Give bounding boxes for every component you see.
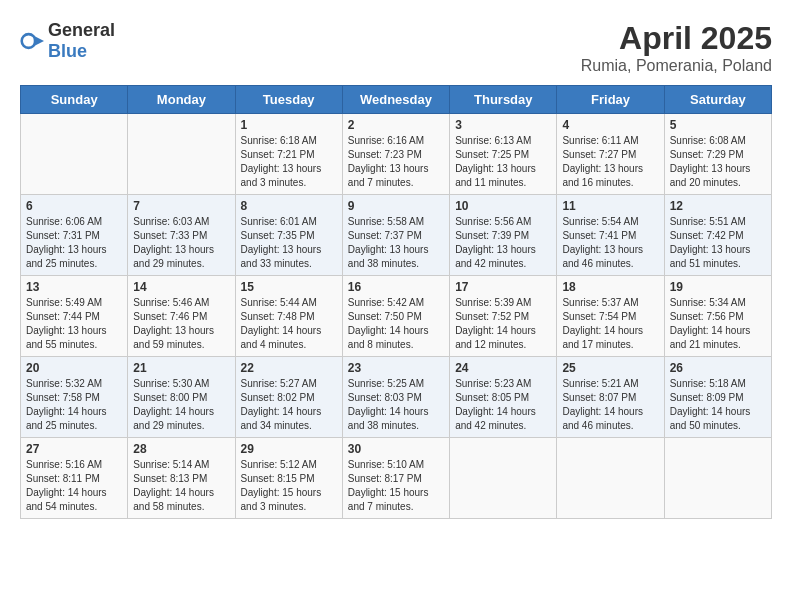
calendar-cell: 6Sunrise: 6:06 AM Sunset: 7:31 PM Daylig… (21, 195, 128, 276)
day-number: 2 (348, 118, 444, 132)
calendar-cell: 27Sunrise: 5:16 AM Sunset: 8:11 PM Dayli… (21, 438, 128, 519)
day-number: 9 (348, 199, 444, 213)
svg-marker-1 (34, 36, 44, 46)
day-info: Sunrise: 5:44 AM Sunset: 7:48 PM Dayligh… (241, 296, 337, 352)
day-number: 20 (26, 361, 122, 375)
day-number: 30 (348, 442, 444, 456)
day-info: Sunrise: 5:39 AM Sunset: 7:52 PM Dayligh… (455, 296, 551, 352)
day-info: Sunrise: 5:12 AM Sunset: 8:15 PM Dayligh… (241, 458, 337, 514)
svg-point-0 (22, 34, 36, 48)
day-info: Sunrise: 6:03 AM Sunset: 7:33 PM Dayligh… (133, 215, 229, 271)
calendar-cell: 23Sunrise: 5:25 AM Sunset: 8:03 PM Dayli… (342, 357, 449, 438)
calendar-cell: 22Sunrise: 5:27 AM Sunset: 8:02 PM Dayli… (235, 357, 342, 438)
logo-general-text: General (48, 20, 115, 40)
day-number: 19 (670, 280, 766, 294)
calendar-cell: 4Sunrise: 6:11 AM Sunset: 7:27 PM Daylig… (557, 114, 664, 195)
calendar-cell (664, 438, 771, 519)
day-number: 22 (241, 361, 337, 375)
weekday-header-friday: Friday (557, 86, 664, 114)
calendar-cell: 14Sunrise: 5:46 AM Sunset: 7:46 PM Dayli… (128, 276, 235, 357)
weekday-header-sunday: Sunday (21, 86, 128, 114)
calendar-cell: 16Sunrise: 5:42 AM Sunset: 7:50 PM Dayli… (342, 276, 449, 357)
day-number: 7 (133, 199, 229, 213)
calendar-cell: 21Sunrise: 5:30 AM Sunset: 8:00 PM Dayli… (128, 357, 235, 438)
day-number: 24 (455, 361, 551, 375)
weekday-header-row: SundayMondayTuesdayWednesdayThursdayFrid… (21, 86, 772, 114)
day-number: 3 (455, 118, 551, 132)
page-title: April 2025 (581, 20, 772, 57)
calendar-cell (557, 438, 664, 519)
calendar-week-row: 1Sunrise: 6:18 AM Sunset: 7:21 PM Daylig… (21, 114, 772, 195)
day-number: 6 (26, 199, 122, 213)
calendar-cell: 24Sunrise: 5:23 AM Sunset: 8:05 PM Dayli… (450, 357, 557, 438)
day-info: Sunrise: 6:01 AM Sunset: 7:35 PM Dayligh… (241, 215, 337, 271)
day-info: Sunrise: 6:13 AM Sunset: 7:25 PM Dayligh… (455, 134, 551, 190)
calendar-cell: 25Sunrise: 5:21 AM Sunset: 8:07 PM Dayli… (557, 357, 664, 438)
header: General Blue April 2025 Rumia, Pomerania… (20, 20, 772, 75)
calendar-week-row: 27Sunrise: 5:16 AM Sunset: 8:11 PM Dayli… (21, 438, 772, 519)
day-info: Sunrise: 5:25 AM Sunset: 8:03 PM Dayligh… (348, 377, 444, 433)
title-area: April 2025 Rumia, Pomerania, Poland (581, 20, 772, 75)
calendar-cell: 30Sunrise: 5:10 AM Sunset: 8:17 PM Dayli… (342, 438, 449, 519)
calendar-cell (21, 114, 128, 195)
calendar-cell: 18Sunrise: 5:37 AM Sunset: 7:54 PM Dayli… (557, 276, 664, 357)
day-info: Sunrise: 5:56 AM Sunset: 7:39 PM Dayligh… (455, 215, 551, 271)
day-number: 14 (133, 280, 229, 294)
day-number: 5 (670, 118, 766, 132)
calendar-cell: 1Sunrise: 6:18 AM Sunset: 7:21 PM Daylig… (235, 114, 342, 195)
calendar-cell: 13Sunrise: 5:49 AM Sunset: 7:44 PM Dayli… (21, 276, 128, 357)
day-info: Sunrise: 5:27 AM Sunset: 8:02 PM Dayligh… (241, 377, 337, 433)
day-info: Sunrise: 6:18 AM Sunset: 7:21 PM Dayligh… (241, 134, 337, 190)
calendar-cell: 26Sunrise: 5:18 AM Sunset: 8:09 PM Dayli… (664, 357, 771, 438)
weekday-header-saturday: Saturday (664, 86, 771, 114)
day-info: Sunrise: 5:54 AM Sunset: 7:41 PM Dayligh… (562, 215, 658, 271)
day-number: 13 (26, 280, 122, 294)
logo-blue-text: Blue (48, 41, 87, 61)
calendar-cell: 5Sunrise: 6:08 AM Sunset: 7:29 PM Daylig… (664, 114, 771, 195)
weekday-header-wednesday: Wednesday (342, 86, 449, 114)
calendar-cell: 12Sunrise: 5:51 AM Sunset: 7:42 PM Dayli… (664, 195, 771, 276)
day-number: 17 (455, 280, 551, 294)
day-info: Sunrise: 5:18 AM Sunset: 8:09 PM Dayligh… (670, 377, 766, 433)
day-info: Sunrise: 5:37 AM Sunset: 7:54 PM Dayligh… (562, 296, 658, 352)
day-info: Sunrise: 6:11 AM Sunset: 7:27 PM Dayligh… (562, 134, 658, 190)
day-info: Sunrise: 6:08 AM Sunset: 7:29 PM Dayligh… (670, 134, 766, 190)
day-info: Sunrise: 5:34 AM Sunset: 7:56 PM Dayligh… (670, 296, 766, 352)
weekday-header-tuesday: Tuesday (235, 86, 342, 114)
day-number: 15 (241, 280, 337, 294)
day-number: 27 (26, 442, 122, 456)
calendar-cell: 29Sunrise: 5:12 AM Sunset: 8:15 PM Dayli… (235, 438, 342, 519)
calendar-cell: 10Sunrise: 5:56 AM Sunset: 7:39 PM Dayli… (450, 195, 557, 276)
day-number: 10 (455, 199, 551, 213)
day-info: Sunrise: 5:14 AM Sunset: 8:13 PM Dayligh… (133, 458, 229, 514)
day-info: Sunrise: 5:30 AM Sunset: 8:00 PM Dayligh… (133, 377, 229, 433)
calendar-week-row: 6Sunrise: 6:06 AM Sunset: 7:31 PM Daylig… (21, 195, 772, 276)
day-info: Sunrise: 5:49 AM Sunset: 7:44 PM Dayligh… (26, 296, 122, 352)
day-number: 18 (562, 280, 658, 294)
day-number: 29 (241, 442, 337, 456)
calendar-cell: 7Sunrise: 6:03 AM Sunset: 7:33 PM Daylig… (128, 195, 235, 276)
day-info: Sunrise: 6:06 AM Sunset: 7:31 PM Dayligh… (26, 215, 122, 271)
page-subtitle: Rumia, Pomerania, Poland (581, 57, 772, 75)
calendar-cell: 9Sunrise: 5:58 AM Sunset: 7:37 PM Daylig… (342, 195, 449, 276)
calendar-cell: 28Sunrise: 5:14 AM Sunset: 8:13 PM Dayli… (128, 438, 235, 519)
day-number: 12 (670, 199, 766, 213)
day-number: 23 (348, 361, 444, 375)
day-info: Sunrise: 5:51 AM Sunset: 7:42 PM Dayligh… (670, 215, 766, 271)
calendar-cell: 8Sunrise: 6:01 AM Sunset: 7:35 PM Daylig… (235, 195, 342, 276)
calendar-cell (450, 438, 557, 519)
day-info: Sunrise: 5:32 AM Sunset: 7:58 PM Dayligh… (26, 377, 122, 433)
day-number: 21 (133, 361, 229, 375)
day-info: Sunrise: 5:10 AM Sunset: 8:17 PM Dayligh… (348, 458, 444, 514)
day-info: Sunrise: 5:21 AM Sunset: 8:07 PM Dayligh… (562, 377, 658, 433)
calendar-cell: 15Sunrise: 5:44 AM Sunset: 7:48 PM Dayli… (235, 276, 342, 357)
day-number: 25 (562, 361, 658, 375)
calendar-cell: 3Sunrise: 6:13 AM Sunset: 7:25 PM Daylig… (450, 114, 557, 195)
day-info: Sunrise: 5:16 AM Sunset: 8:11 PM Dayligh… (26, 458, 122, 514)
day-info: Sunrise: 5:23 AM Sunset: 8:05 PM Dayligh… (455, 377, 551, 433)
weekday-header-thursday: Thursday (450, 86, 557, 114)
day-number: 16 (348, 280, 444, 294)
day-number: 1 (241, 118, 337, 132)
calendar-week-row: 20Sunrise: 5:32 AM Sunset: 7:58 PM Dayli… (21, 357, 772, 438)
day-info: Sunrise: 6:16 AM Sunset: 7:23 PM Dayligh… (348, 134, 444, 190)
